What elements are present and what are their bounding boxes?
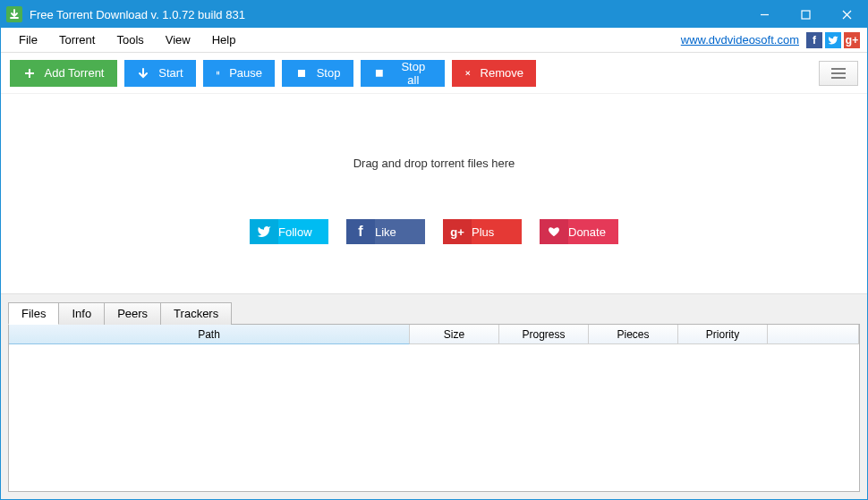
remove-label: Remove — [481, 66, 523, 80]
stop-label: Stop — [317, 66, 341, 80]
googleplus-icon[interactable]: g+ — [844, 32, 860, 48]
stop-icon — [373, 67, 386, 80]
menubar: File Torrent Tools View Help www.dvdvide… — [1, 28, 867, 53]
pause-label: Pause — [229, 66, 262, 80]
drop-area[interactable]: Drag and drop torrent files here Follow … — [1, 94, 867, 293]
minimize-button[interactable] — [744, 1, 785, 28]
twitter-icon — [250, 219, 278, 244]
tab-files[interactable]: Files — [8, 302, 59, 325]
facebook-icon: f — [346, 219, 375, 244]
menu-torrent[interactable]: Torrent — [48, 30, 106, 50]
website-link[interactable]: www.dvdvideosoft.com — [681, 33, 799, 47]
column-priority[interactable]: Priority — [678, 325, 768, 344]
stop-all-button[interactable]: Stop all — [361, 60, 445, 87]
down-arrow-icon — [137, 67, 149, 80]
menu-tools[interactable]: Tools — [106, 30, 154, 50]
add-torrent-label: Add Torrent — [45, 66, 105, 80]
plus-icon — [23, 67, 36, 80]
twitter-icon[interactable] — [825, 32, 841, 48]
menu-view[interactable]: View — [155, 30, 201, 50]
column-spacer — [768, 325, 859, 344]
svg-rect-9 — [376, 70, 383, 77]
titlebar: Free Torrent Download v. 1.0.72 build 83… — [1, 1, 867, 28]
column-path[interactable]: Path — [9, 325, 410, 344]
table-body — [9, 344, 859, 491]
donate-button[interactable]: Donate — [540, 219, 618, 244]
like-button[interactable]: f Like — [346, 219, 425, 244]
heart-icon — [540, 219, 568, 244]
tabs-row: Files Info Peers Trackers — [8, 301, 860, 324]
svg-rect-6 — [217, 72, 217, 75]
table-header: Path Size Progress Pieces Priority — [9, 325, 859, 344]
bottom-panel: Files Info Peers Trackers Path Size Prog… — [1, 293, 867, 499]
start-label: Start — [158, 66, 183, 80]
column-pieces[interactable]: Pieces — [589, 325, 678, 344]
svg-rect-7 — [218, 72, 219, 75]
plus-button[interactable]: g+ Plus — [443, 219, 522, 244]
googleplus-icon: g+ — [443, 219, 472, 244]
plus-label: Plus — [472, 225, 522, 239]
follow-button[interactable]: Follow — [250, 219, 328, 244]
tab-trackers[interactable]: Trackers — [160, 302, 232, 325]
maximize-button[interactable] — [785, 1, 826, 28]
start-button[interactable]: Start — [124, 60, 196, 87]
x-icon — [464, 67, 472, 80]
stop-all-label: Stop all — [395, 60, 432, 87]
pause-icon — [216, 67, 220, 80]
close-button[interactable] — [826, 1, 867, 28]
menu-file[interactable]: File — [8, 30, 48, 50]
column-progress[interactable]: Progress — [499, 325, 589, 344]
pause-button[interactable]: Pause — [203, 60, 275, 87]
svg-rect-1 — [802, 11, 810, 19]
tab-peers[interactable]: Peers — [104, 302, 161, 325]
svg-rect-8 — [298, 70, 305, 77]
stop-button[interactable]: Stop — [282, 60, 353, 87]
files-table: Path Size Progress Pieces Priority — [8, 324, 860, 492]
stop-icon — [295, 67, 308, 80]
drop-hint-text: Drag and drop torrent files here — [353, 157, 515, 170]
remove-button[interactable]: Remove — [452, 60, 536, 87]
like-label: Like — [375, 225, 425, 239]
add-torrent-button[interactable]: Add Torrent — [10, 60, 117, 87]
toolbar: Add Torrent Start Pause Stop Stop all Re… — [1, 53, 867, 94]
window-title: Free Torrent Download v. 1.0.72 build 83… — [30, 8, 744, 21]
tab-info[interactable]: Info — [58, 302, 105, 325]
column-size[interactable]: Size — [410, 325, 499, 344]
menu-button[interactable] — [819, 61, 858, 86]
follow-label: Follow — [278, 225, 328, 239]
donate-label: Donate — [568, 225, 618, 239]
facebook-icon[interactable]: f — [806, 32, 822, 48]
menu-help[interactable]: Help — [201, 30, 247, 50]
app-icon — [6, 6, 22, 22]
